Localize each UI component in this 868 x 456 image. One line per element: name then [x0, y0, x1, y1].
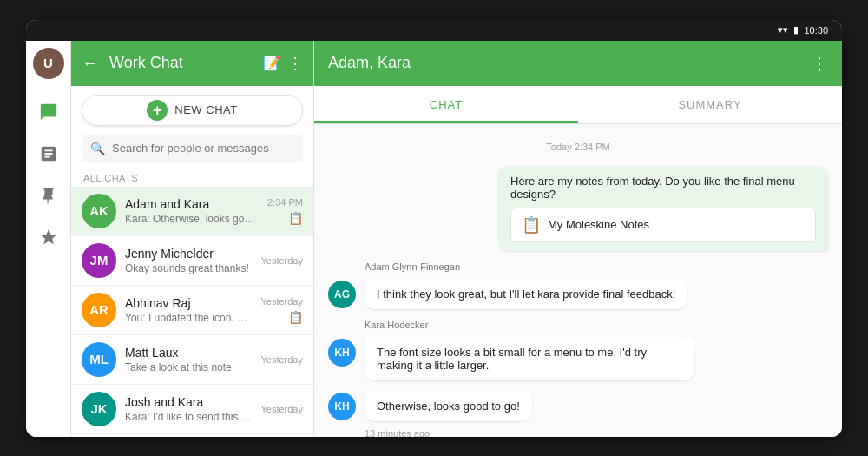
- chat-avatar: JK: [82, 392, 116, 426]
- tab-chat[interactable]: CHAT: [314, 86, 578, 123]
- chat-item[interactable]: JK Josh and Kara Kara: I'd like to send …: [71, 385, 313, 434]
- status-time: 10:30: [804, 25, 828, 36]
- chat-item[interactable]: AR Abhinav Raj You: I updated the icon. …: [71, 286, 313, 335]
- chat-name: Matt Laux: [125, 346, 252, 360]
- chat-preview: Take a look at this note: [125, 361, 252, 373]
- search-bar: 🔍: [82, 135, 303, 162]
- all-chats-label: ALL CHATS: [71, 169, 313, 187]
- compose-icon[interactable]: 📝: [263, 55, 280, 71]
- user-avatar[interactable]: U: [33, 48, 64, 79]
- convo-tabs: CHAT SUMMARY: [314, 86, 842, 124]
- chat-list-title: Work Chat: [109, 54, 183, 72]
- chat-list-panel: ← Work Chat 📝 ⋮ + NEW CHAT 🔍 ALL CHATS: [71, 41, 314, 437]
- sender-name: Kara Hodecker: [365, 320, 828, 330]
- sender-avatar: KH: [328, 339, 356, 367]
- chat-time: Yesterday: [260, 255, 303, 266]
- chat-avatar: AK: [82, 194, 116, 228]
- sender-name: Adam Glynn-Finnegan: [365, 261, 828, 272]
- chat-time: Yesterday: [260, 296, 303, 307]
- chat-avatar: JM: [82, 243, 116, 278]
- message-in-row: KH The font size looks a bit small for a…: [328, 337, 828, 380]
- message-text: I think they look great, but I'll let ka…: [377, 287, 675, 301]
- chat-items-list: AK Adam and Kara Kara: Otherwise, looks …: [71, 187, 313, 437]
- chat-meta: Yesterday: [260, 354, 303, 365]
- battery-icon: ▮: [793, 24, 799, 36]
- chat-time: Yesterday: [260, 354, 303, 365]
- message-out: Here are my notes from today. Do you lik…: [328, 166, 828, 251]
- note-attachment[interactable]: 📋 My Moleskine Notes: [510, 208, 816, 242]
- new-chat-label: NEW CHAT: [174, 103, 237, 116]
- message-text: The font size looks a bit small for a me…: [377, 346, 647, 372]
- note-attachment-label: My Moleskine Notes: [548, 218, 649, 231]
- message-time-ago: 13 minutes ago: [365, 428, 828, 437]
- app-area: U ← Work Chat 📝: [26, 41, 842, 437]
- message-text: Here are my notes from today. Do you lik…: [510, 175, 795, 201]
- chat-preview: Okay sounds great thanks!: [125, 262, 252, 274]
- chat-time: Yesterday: [260, 404, 303, 414]
- chat-info: Josh and Kara Kara: I'd like to send thi…: [125, 395, 252, 423]
- chat-meta: Yesterday: [260, 255, 303, 266]
- messages-area: Today 2:34 PM Here are my notes from tod…: [314, 124, 842, 437]
- chat-meta: Yesterday 📋: [260, 296, 303, 324]
- message-bubble-out: Here are my notes from today. Do you lik…: [498, 166, 828, 251]
- chat-item[interactable]: CP Chris Ploeg I'll pass it along and se…: [71, 434, 313, 437]
- convo-overflow-menu-icon[interactable]: ⋮: [811, 53, 828, 74]
- new-chat-plus-icon: +: [147, 100, 168, 121]
- message-in-row: AG I think they look great, but I'll let…: [328, 279, 828, 309]
- message-bubble-in: Otherwise, looks good to go!: [365, 391, 532, 421]
- chat-info: Adam and Kara Kara: Otherwise, looks goo…: [125, 197, 259, 225]
- chat-badge-icon: 📋: [288, 211, 303, 225]
- back-button[interactable]: ←: [82, 53, 99, 73]
- sidebar-icon-note[interactable]: [33, 138, 64, 169]
- chat-item[interactable]: ML Matt Laux Take a look at this note Ye…: [71, 335, 313, 385]
- chat-preview: Kara: I'd like to send this to out candi…: [125, 411, 252, 423]
- chat-meta: 2:34 PM 📋: [267, 197, 303, 225]
- search-icon: 🔍: [90, 142, 105, 155]
- overflow-menu-icon[interactable]: ⋮: [287, 54, 303, 73]
- wifi-icon: ▾▾: [778, 24, 788, 36]
- date-divider: Today 2:34 PM: [328, 142, 828, 152]
- message-text: Otherwise, looks good to go!: [377, 400, 520, 413]
- chat-badge-icon: 📋: [288, 310, 303, 324]
- sender-avatar: KH: [328, 393, 356, 420]
- note-attachment-icon: 📋: [522, 215, 541, 235]
- message-bubble-in: I think they look great, but I'll let ka…: [365, 279, 687, 309]
- chat-item[interactable]: JM Jenny Michelder Okay sounds great tha…: [71, 236, 313, 286]
- chat-preview: You: I updated the icon. Take a look.: [125, 312, 252, 324]
- chat-info: Jenny Michelder Okay sounds great thanks…: [125, 247, 252, 274]
- chat-name: Adam and Kara: [125, 197, 259, 211]
- chat-preview: Kara: Otherwise, looks good to go!: [125, 213, 259, 225]
- chat-meta: Yesterday: [260, 404, 303, 414]
- chat-avatar: AR: [82, 293, 116, 327]
- chat-info: Matt Laux Take a look at this note: [125, 346, 252, 373]
- tab-summary[interactable]: SUMMARY: [578, 86, 842, 123]
- chat-time: 2:34 PM: [267, 197, 303, 208]
- sidebar-icon-chat[interactable]: [33, 96, 64, 128]
- message-bubble-in: The font size looks a bit small for a me…: [365, 337, 694, 380]
- sidebar-icon-pin[interactable]: [33, 180, 64, 211]
- message-in: KH Otherwise, looks good to go! 13 minut…: [328, 391, 828, 437]
- convo-header: Adam, Kara ⋮: [314, 41, 842, 86]
- convo-title: Adam, Kara: [328, 54, 411, 72]
- new-chat-button[interactable]: + NEW CHAT: [82, 95, 303, 126]
- search-input[interactable]: [112, 142, 294, 155]
- chat-name: Abhinav Raj: [125, 296, 252, 310]
- status-bar: ▾▾ ▮ 10:30: [26, 20, 842, 41]
- tablet-frame: ▾▾ ▮ 10:30 U ←: [26, 20, 842, 437]
- sidebar: U: [26, 41, 71, 437]
- right-panel: Adam, Kara ⋮ CHAT SUMMARY Today 2:34 PM …: [314, 41, 842, 437]
- chat-name: Josh and Kara: [125, 395, 252, 409]
- message-in: Kara Hodecker KH The font size looks a b…: [328, 320, 828, 380]
- chat-name: Jenny Michelder: [125, 247, 252, 261]
- chat-item[interactable]: AK Adam and Kara Kara: Otherwise, looks …: [71, 187, 313, 236]
- chat-info: Abhinav Raj You: I updated the icon. Tak…: [125, 296, 252, 324]
- message-in: Adam Glynn-Finnegan AG I think they look…: [328, 261, 828, 309]
- sidebar-icon-star[interactable]: [33, 221, 64, 253]
- sender-avatar: AG: [328, 281, 356, 308]
- message-in-row: KH Otherwise, looks good to go!: [328, 391, 828, 421]
- chat-avatar: ML: [82, 342, 116, 377]
- chat-list-header: ← Work Chat 📝 ⋮: [71, 41, 313, 86]
